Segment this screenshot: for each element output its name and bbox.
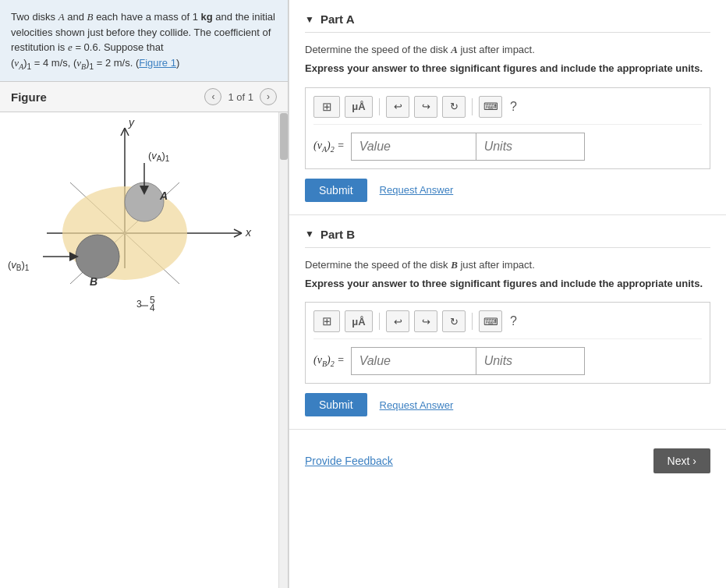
next-figure-button[interactable]: › [260, 88, 277, 105]
svg-text:(vA)1: (vA)1 [148, 150, 170, 163]
toolbar-sep-2 [472, 98, 473, 115]
undo-button-a[interactable]: ↩ [386, 96, 409, 118]
part-a-section: ▼ Part A Determine the speed of the disk… [289, 0, 726, 215]
svg-text:y: y [128, 116, 135, 129]
mu-button-b[interactable]: μÅ [345, 310, 373, 332]
part-a-question: Determine the speed of the disk A just a… [305, 44, 710, 56]
part-b-input-row: (vB)2 = [313, 347, 702, 375]
matrix-button-b[interactable]: ⊞ [313, 310, 340, 332]
figure-link[interactable]: Figure 1 [139, 57, 176, 69]
figure-svg: y x A B [0, 112, 273, 331]
left-panel: Two disks A and B each have a mass of 1 … [0, 0, 289, 588]
undo-button-b[interactable]: ↩ [386, 310, 409, 332]
svg-text:(vB)1: (vB)1 [8, 259, 30, 272]
bottom-bar: Provide Feedback Next › [289, 437, 726, 484]
part-a-instructions: Express your answer to three significant… [305, 61, 710, 76]
figure-scrollbar[interactable] [278, 112, 288, 588]
part-a-header: ▼ Part A [305, 12, 710, 33]
part-b-header: ▼ Part B [305, 228, 710, 248]
part-b-label: Part B [321, 228, 355, 241]
refresh-button-b[interactable]: ↻ [442, 310, 466, 332]
help-button-a[interactable]: ? [510, 100, 517, 114]
part-a-submit-button[interactable]: Submit [305, 179, 367, 202]
redo-button-b[interactable]: ↪ [414, 310, 437, 332]
svg-text:B: B [90, 275, 97, 288]
part-b-request-answer-button[interactable]: Request Answer [380, 399, 454, 411]
figure-area: y x A B [0, 112, 288, 588]
prev-figure-button[interactable]: ‹ [204, 88, 221, 105]
part-a-collapse-arrow[interactable]: ▼ [305, 14, 314, 25]
part-b-value-input[interactable] [351, 347, 476, 375]
part-b-section: ▼ Part B Determine the speed of the disk… [289, 215, 726, 430]
part-b-question: Determine the speed of the disk B just a… [305, 259, 710, 271]
part-a-input-row: (vA)2 = [313, 133, 702, 161]
next-label: Next [668, 455, 690, 467]
part-a-toolbar: ⊞ μÅ ↩ ↪ ↻ ⌨ ? [313, 96, 702, 125]
part-b-toolbar: ⊞ μÅ ↩ ↪ ↻ ⌨ ? [313, 310, 702, 339]
part-b-submit-button[interactable]: Submit [305, 393, 367, 416]
part-a-input-label: (vA)2 = [313, 140, 345, 154]
toolbar-sep-3 [379, 313, 380, 330]
svg-text:x: x [245, 226, 252, 239]
scrollbar-thumb [280, 113, 288, 160]
part-a-label: Part A [321, 12, 355, 26]
part-a-action-row: Submit Request Answer [305, 179, 710, 202]
part-a-answer-box: ⊞ μÅ ↩ ↪ ↻ ⌨ ? (vA)2 = [305, 87, 710, 169]
redo-button-a[interactable]: ↪ [414, 96, 437, 118]
part-b-instructions: Express your answer to three significant… [305, 276, 710, 292]
provide-feedback-button[interactable]: Provide Feedback [305, 455, 393, 467]
svg-text:5: 5 [150, 295, 155, 306]
part-a-units-input[interactable] [476, 133, 585, 161]
figure-header: Figure ‹ 1 of 1 › [0, 82, 288, 112]
toolbar-sep-1 [379, 98, 380, 115]
part-a-value-input[interactable] [351, 133, 476, 161]
svg-text:A: A [159, 190, 168, 202]
keyboard-button-a[interactable]: ⌨ [479, 96, 502, 118]
mu-button-a[interactable]: μÅ [345, 96, 373, 118]
part-b-input-label: (vB)2 = [313, 354, 345, 368]
part-b-units-input[interactable] [476, 347, 585, 375]
svg-point-13 [76, 235, 119, 278]
figure-title: Figure [11, 90, 47, 104]
toolbar-sep-4 [472, 313, 473, 330]
next-arrow-icon: › [692, 455, 696, 467]
part-b-answer-box: ⊞ μÅ ↩ ↪ ↻ ⌨ ? (vB)2 = [305, 302, 710, 384]
disk-a-label: A [58, 11, 65, 23]
help-button-b[interactable]: ? [510, 314, 517, 328]
figure-nav: ‹ 1 of 1 › [204, 88, 277, 105]
matrix-button-a[interactable]: ⊞ [313, 96, 340, 118]
keyboard-button-b[interactable]: ⌨ [479, 310, 502, 332]
part-b-action-row: Submit Request Answer [305, 393, 710, 416]
next-button[interactable]: Next › [653, 448, 710, 473]
page-indicator: 1 of 1 [228, 91, 253, 103]
part-b-collapse-arrow[interactable]: ▼ [305, 228, 314, 239]
right-panel: ▼ Part A Determine the speed of the disk… [289, 0, 726, 588]
problem-text: Two disks A and B each have a mass of 1 … [0, 0, 288, 82]
part-a-request-answer-button[interactable]: Request Answer [380, 184, 454, 196]
svg-text:3: 3 [136, 299, 142, 310]
disk-b-label: B [87, 11, 94, 23]
refresh-button-a[interactable]: ↻ [442, 96, 466, 118]
